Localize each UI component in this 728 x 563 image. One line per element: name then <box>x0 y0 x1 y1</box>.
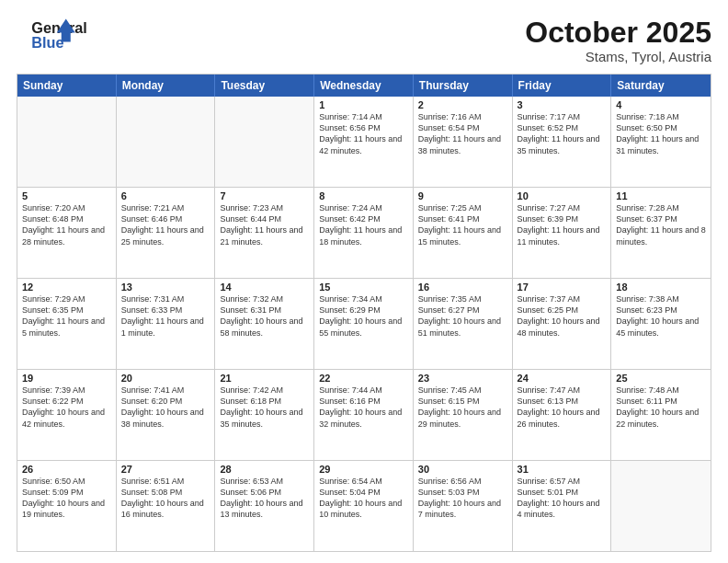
calendar-cell: 19Sunrise: 7:39 AMSunset: 6:22 PMDayligh… <box>17 370 117 460</box>
calendar-cell: 31Sunrise: 6:57 AMSunset: 5:01 PMDayligh… <box>513 461 612 551</box>
calendar-cell: 4Sunrise: 7:18 AMSunset: 6:50 PMDaylight… <box>611 97 711 187</box>
day-info: Sunrise: 7:48 AMSunset: 6:11 PMDaylight:… <box>616 385 706 430</box>
day-info: Sunrise: 7:24 AMSunset: 6:42 PMDaylight:… <box>319 202 408 247</box>
calendar-cell: 7Sunrise: 7:23 AMSunset: 6:44 PMDaylight… <box>215 188 314 278</box>
day-number: 10 <box>518 190 607 201</box>
day-info: Sunrise: 6:54 AMSunset: 5:04 PMDaylight:… <box>319 476 408 521</box>
day-number: 28 <box>220 464 309 475</box>
day-number: 27 <box>121 464 210 475</box>
day-number: 19 <box>22 373 111 384</box>
calendar-cell: 22Sunrise: 7:44 AMSunset: 6:16 PMDayligh… <box>314 370 414 460</box>
calendar-cell: 18Sunrise: 7:38 AMSunset: 6:23 PMDayligh… <box>611 279 711 369</box>
day-number: 22 <box>319 373 408 384</box>
day-info: Sunrise: 7:20 AMSunset: 6:48 PMDaylight:… <box>22 202 111 247</box>
day-info: Sunrise: 7:38 AMSunset: 6:23 PMDaylight:… <box>616 293 706 339</box>
day-info: Sunrise: 7:21 AMSunset: 6:46 PMDaylight:… <box>121 202 210 247</box>
day-info: Sunrise: 6:51 AMSunset: 5:08 PMDaylight:… <box>121 476 210 521</box>
day-number: 26 <box>22 464 111 475</box>
calendar-cell: 3Sunrise: 7:17 AMSunset: 6:52 PMDaylight… <box>513 97 612 187</box>
day-info: Sunrise: 7:18 AMSunset: 6:50 PMDaylight:… <box>616 111 706 156</box>
day-number: 7 <box>220 190 309 201</box>
location: Stams, Tyrol, Austria <box>525 49 711 64</box>
calendar-cell: 15Sunrise: 7:34 AMSunset: 6:29 PMDayligh… <box>314 279 414 369</box>
day-number: 15 <box>319 282 408 293</box>
calendar-cell <box>215 97 314 187</box>
calendar-cell: 17Sunrise: 7:37 AMSunset: 6:25 PMDayligh… <box>513 279 612 369</box>
calendar-cell <box>117 97 216 187</box>
calendar-row: 5Sunrise: 7:20 AMSunset: 6:48 PMDaylight… <box>17 187 711 278</box>
calendar-header: SundayMondayTuesdayWednesdayThursdayFrid… <box>17 75 711 97</box>
day-info: Sunrise: 7:29 AMSunset: 6:35 PMDaylight:… <box>22 293 111 339</box>
calendar-cell: 12Sunrise: 7:29 AMSunset: 6:35 PMDayligh… <box>17 279 117 369</box>
day-number: 31 <box>518 464 607 475</box>
calendar-cell: 9Sunrise: 7:25 AMSunset: 6:41 PMDaylight… <box>414 188 513 278</box>
day-number: 6 <box>121 190 210 201</box>
calendar-cell: 11Sunrise: 7:28 AMSunset: 6:37 PMDayligh… <box>611 188 711 278</box>
calendar-cell: 6Sunrise: 7:21 AMSunset: 6:46 PMDaylight… <box>117 188 216 278</box>
month-title: October 2025 <box>525 17 711 49</box>
day-info: Sunrise: 6:56 AMSunset: 5:03 PMDaylight:… <box>418 476 507 521</box>
weekday-header: Sunday <box>17 75 117 97</box>
day-info: Sunrise: 7:47 AMSunset: 6:13 PMDaylight:… <box>518 385 607 430</box>
day-info: Sunrise: 7:28 AMSunset: 6:37 PMDaylight:… <box>616 202 706 247</box>
calendar-row: 1Sunrise: 7:14 AMSunset: 6:56 PMDaylight… <box>17 97 711 187</box>
weekday-header: Thursday <box>414 75 513 97</box>
day-number: 21 <box>220 373 309 384</box>
day-number: 30 <box>418 464 507 475</box>
day-number: 3 <box>518 99 607 110</box>
day-info: Sunrise: 7:25 AMSunset: 6:41 PMDaylight:… <box>418 202 507 247</box>
day-info: Sunrise: 7:37 AMSunset: 6:25 PMDaylight:… <box>518 293 607 339</box>
day-info: Sunrise: 7:23 AMSunset: 6:44 PMDaylight:… <box>220 202 309 247</box>
title-block: October 2025 Stams, Tyrol, Austria <box>525 17 711 64</box>
day-info: Sunrise: 7:42 AMSunset: 6:18 PMDaylight:… <box>220 385 309 430</box>
weekday-header: Saturday <box>611 75 711 97</box>
logo: General Blue <box>17 17 90 53</box>
day-number: 29 <box>319 464 408 475</box>
day-number: 23 <box>418 373 507 384</box>
day-info: Sunrise: 7:41 AMSunset: 6:20 PMDaylight:… <box>121 385 210 430</box>
day-number: 18 <box>616 282 706 293</box>
calendar-cell <box>17 97 117 187</box>
day-info: Sunrise: 7:39 AMSunset: 6:22 PMDaylight:… <box>22 385 111 430</box>
calendar-cell: 21Sunrise: 7:42 AMSunset: 6:18 PMDayligh… <box>215 370 314 460</box>
logo-icon: General Blue <box>17 17 90 53</box>
calendar-cell <box>611 461 711 551</box>
day-number: 4 <box>616 99 706 110</box>
calendar-cell: 24Sunrise: 7:47 AMSunset: 6:13 PMDayligh… <box>513 370 612 460</box>
calendar-cell: 5Sunrise: 7:20 AMSunset: 6:48 PMDaylight… <box>17 188 117 278</box>
day-number: 11 <box>616 190 706 201</box>
weekday-header: Monday <box>117 75 216 97</box>
day-info: Sunrise: 7:35 AMSunset: 6:27 PMDaylight:… <box>418 293 507 339</box>
calendar-row: 26Sunrise: 6:50 AMSunset: 5:09 PMDayligh… <box>17 460 711 551</box>
calendar-cell: 29Sunrise: 6:54 AMSunset: 5:04 PMDayligh… <box>314 461 414 551</box>
day-number: 5 <box>22 190 111 201</box>
day-number: 24 <box>518 373 607 384</box>
day-info: Sunrise: 7:27 AMSunset: 6:39 PMDaylight:… <box>518 202 607 247</box>
day-info: Sunrise: 7:14 AMSunset: 6:56 PMDaylight:… <box>319 111 408 156</box>
day-number: 2 <box>418 99 507 110</box>
calendar: SundayMondayTuesdayWednesdayThursdayFrid… <box>17 74 711 552</box>
day-info: Sunrise: 7:31 AMSunset: 6:33 PMDaylight:… <box>121 293 210 339</box>
calendar-row: 12Sunrise: 7:29 AMSunset: 6:35 PMDayligh… <box>17 278 711 369</box>
calendar-cell: 30Sunrise: 6:56 AMSunset: 5:03 PMDayligh… <box>414 461 513 551</box>
day-info: Sunrise: 7:32 AMSunset: 6:31 PMDaylight:… <box>220 293 309 339</box>
weekday-header: Tuesday <box>215 75 314 97</box>
day-info: Sunrise: 7:45 AMSunset: 6:15 PMDaylight:… <box>418 385 507 430</box>
calendar-cell: 13Sunrise: 7:31 AMSunset: 6:33 PMDayligh… <box>117 279 216 369</box>
day-number: 20 <box>121 373 210 384</box>
calendar-cell: 20Sunrise: 7:41 AMSunset: 6:20 PMDayligh… <box>117 370 216 460</box>
calendar-cell: 2Sunrise: 7:16 AMSunset: 6:54 PMDaylight… <box>414 97 513 187</box>
calendar-cell: 14Sunrise: 7:32 AMSunset: 6:31 PMDayligh… <box>215 279 314 369</box>
day-info: Sunrise: 7:34 AMSunset: 6:29 PMDaylight:… <box>319 293 408 339</box>
day-number: 16 <box>418 282 507 293</box>
svg-text:Blue: Blue <box>31 34 63 51</box>
calendar-body: 1Sunrise: 7:14 AMSunset: 6:56 PMDaylight… <box>17 97 711 551</box>
page: General Blue October 2025 Stams, Tyrol, … <box>0 0 728 563</box>
day-info: Sunrise: 7:17 AMSunset: 6:52 PMDaylight:… <box>518 111 607 156</box>
calendar-cell: 26Sunrise: 6:50 AMSunset: 5:09 PMDayligh… <box>17 461 117 551</box>
day-number: 1 <box>319 99 408 110</box>
calendar-cell: 16Sunrise: 7:35 AMSunset: 6:27 PMDayligh… <box>414 279 513 369</box>
calendar-cell: 1Sunrise: 7:14 AMSunset: 6:56 PMDaylight… <box>314 97 414 187</box>
day-number: 17 <box>518 282 607 293</box>
day-info: Sunrise: 6:50 AMSunset: 5:09 PMDaylight:… <box>22 476 111 521</box>
